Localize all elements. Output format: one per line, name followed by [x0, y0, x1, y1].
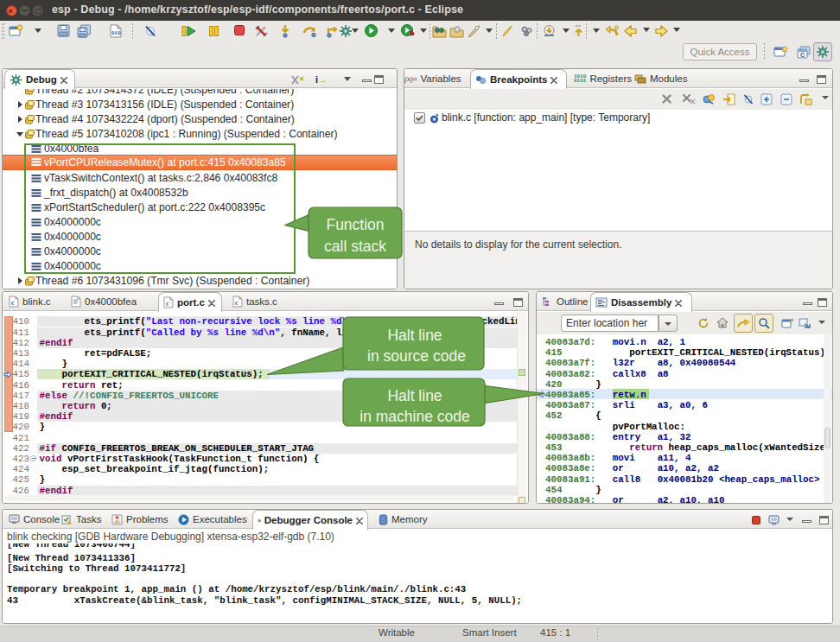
svg-text:c: c — [166, 300, 169, 308]
svg-text:c: c — [11, 299, 15, 307]
svg-text:c: c — [235, 299, 239, 307]
svg-text:C: C — [800, 52, 805, 58]
svg-text:010: 010 — [111, 30, 121, 36]
